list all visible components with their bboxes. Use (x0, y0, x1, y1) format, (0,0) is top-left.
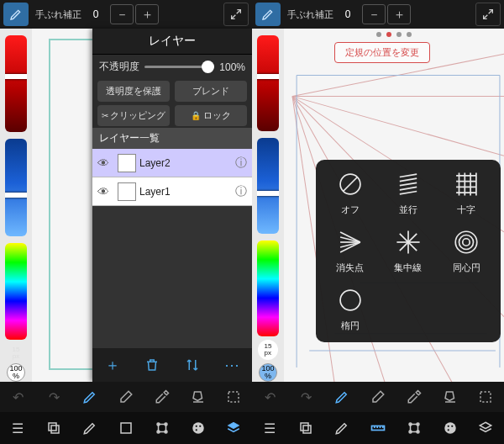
hue-slider[interactable] (5, 243, 27, 340)
clipping-button[interactable]: ✂ クリッピング (97, 105, 170, 126)
brush-icon[interactable] (333, 388, 351, 406)
redo-icon[interactable]: ↷ (297, 388, 315, 406)
stabilizer-minus-button[interactable]: － (110, 4, 134, 24)
svg-point-58 (451, 426, 453, 427)
brush-icon[interactable] (81, 388, 99, 406)
layers-icon[interactable] (476, 419, 495, 437)
ruler-vanishing[interactable]: 消失点 (321, 228, 379, 274)
eraser-icon[interactable] (369, 388, 387, 406)
svg-rect-48 (301, 423, 308, 431)
redo-icon[interactable]: ↷ (45, 388, 63, 406)
add-layer-icon[interactable]: ＋ (103, 356, 122, 374)
layer-thumb (118, 182, 136, 201)
bucket-icon[interactable] (189, 388, 207, 406)
bucket-icon[interactable] (441, 388, 459, 406)
layer-row[interactable]: 👁 Layer1 ⓘ (92, 177, 252, 206)
copy-icon[interactable] (45, 419, 63, 437)
change-ruler-position-button[interactable]: 定規の位置を変更 (334, 42, 430, 63)
opacity-badge[interactable]: 100 % (259, 363, 277, 382)
top-toolbar: 手ぶれ補正 0 － ＋ (0, 0, 252, 29)
svg-rect-3 (121, 423, 131, 433)
eyedropper-icon[interactable] (153, 388, 171, 406)
fullscreen-button[interactable] (223, 3, 249, 26)
layer-info-icon[interactable]: ⓘ (230, 184, 252, 199)
stabilizer-plus-button[interactable]: ＋ (387, 4, 411, 24)
layer-panel: レイヤー 不透明度 100% 透明度を保護 ブレンド ✂ クリッピング 🔒 ロッ… (92, 29, 252, 382)
blend-button[interactable]: ブレンド (175, 81, 247, 102)
eraser-icon[interactable] (117, 388, 135, 406)
layers-icon[interactable] (224, 419, 243, 437)
protect-alpha-button[interactable]: 透明度を保護 (97, 81, 170, 102)
svg-line-15 (292, 97, 504, 156)
palette-icon[interactable] (189, 419, 207, 437)
svg-point-11 (199, 426, 201, 427)
undo-icon[interactable]: ↶ (8, 388, 27, 406)
brush-tool-button[interactable] (255, 3, 281, 26)
lock-button[interactable]: 🔒 ロック (175, 105, 247, 126)
reorder-layer-icon[interactable] (183, 356, 202, 374)
pen-settings-icon[interactable] (333, 419, 351, 437)
visibility-icon[interactable]: 👁 (92, 156, 114, 170)
color-slider-primary[interactable] (5, 35, 27, 132)
stabilizer-plus-button[interactable]: ＋ (135, 4, 159, 24)
ruler-off[interactable]: オフ (321, 170, 379, 216)
transform-icon[interactable] (405, 419, 423, 437)
fullscreen-button[interactable] (475, 3, 501, 26)
ruler-ellipse[interactable]: 楕円 (321, 286, 379, 332)
ruler-grid[interactable]: 十字 (438, 170, 496, 216)
palette-icon[interactable] (441, 419, 459, 437)
svg-point-10 (195, 426, 197, 427)
svg-point-9 (192, 422, 204, 434)
ruler-popup: オフ 並行 十字 消失点 集中線 同心円 楕円 (316, 160, 501, 342)
svg-line-31 (400, 182, 417, 185)
hue-slider[interactable] (257, 240, 279, 336)
page-indicator (376, 32, 412, 37)
svg-point-57 (447, 426, 449, 427)
left-slider-strip: 15 px 100 % (0, 29, 32, 382)
svg-rect-2 (51, 426, 59, 433)
eyedropper-icon[interactable] (405, 388, 423, 406)
mid-toolbar: ↶ ↷ (252, 382, 504, 412)
svg-point-56 (444, 422, 456, 434)
layer-info-icon[interactable]: ⓘ (230, 156, 252, 171)
mid-toolbar: ↶ ↷ (0, 382, 252, 412)
svg-line-28 (343, 177, 357, 192)
shape-icon[interactable] (117, 419, 135, 437)
svg-line-34 (340, 232, 360, 242)
svg-rect-49 (303, 426, 311, 433)
select-icon[interactable] (476, 388, 495, 406)
stabilizer-minus-button[interactable]: － (362, 4, 386, 24)
brush-size-slider[interactable] (257, 138, 279, 234)
select-icon[interactable] (224, 388, 243, 406)
copy-icon[interactable] (297, 419, 315, 437)
ruler-radial[interactable]: 集中線 (379, 228, 437, 274)
svg-point-59 (447, 429, 449, 431)
layer-list-header: レイヤー一覧 (92, 128, 252, 149)
undo-icon[interactable]: ↶ (260, 388, 279, 406)
svg-line-32 (400, 187, 417, 189)
layer-opacity-label: 不透明度 (99, 60, 139, 74)
bottom-toolbar: ☰ (0, 412, 252, 444)
color-slider-primary[interactable] (257, 35, 279, 131)
svg-line-33 (400, 192, 417, 194)
layer-more-icon[interactable]: ⋯ (223, 356, 241, 374)
layer-row[interactable]: 👁 Layer2 ⓘ (92, 149, 252, 177)
brush-tool-button[interactable] (3, 3, 29, 26)
brush-size-slider[interactable] (5, 139, 27, 235)
ruler-parallel[interactable]: 並行 (379, 170, 437, 216)
layer-panel-title: レイヤー (92, 29, 252, 55)
menu-icon[interactable]: ☰ (260, 419, 279, 437)
layer-thumb (118, 154, 136, 172)
stabilizer-label: 手ぶれ補正 (287, 8, 333, 21)
opacity-badge[interactable]: 100 % (7, 363, 25, 382)
menu-icon[interactable]: ☰ (8, 419, 27, 437)
pen-settings-icon[interactable] (81, 419, 99, 437)
layer-opacity-slider[interactable] (144, 66, 214, 68)
visibility-icon[interactable]: 👁 (92, 185, 114, 198)
delete-layer-icon[interactable] (143, 356, 161, 374)
transform-icon[interactable] (153, 419, 171, 437)
svg-point-46 (340, 290, 360, 310)
ruler-icon[interactable] (369, 419, 387, 437)
ruler-concentric[interactable]: 同心円 (438, 228, 496, 274)
left-slider-strip: 15 px 100 % (252, 29, 284, 382)
